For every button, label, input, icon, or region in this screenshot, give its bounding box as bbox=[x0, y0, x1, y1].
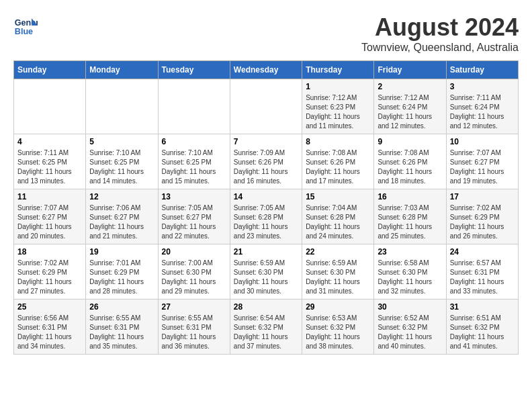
day-number: 23 bbox=[378, 247, 442, 257]
day-info: Sunrise: 6:56 AM Sunset: 6:31 PM Dayligh… bbox=[17, 314, 82, 351]
table-row bbox=[14, 79, 86, 134]
day-number: 21 bbox=[234, 247, 298, 257]
svg-text:Blue: Blue bbox=[15, 27, 33, 36]
table-row: 7Sunrise: 7:09 AM Sunset: 6:26 PM Daylig… bbox=[230, 134, 302, 189]
day-number: 27 bbox=[162, 302, 226, 312]
table-row: 24Sunrise: 6:57 AM Sunset: 6:31 PM Dayli… bbox=[446, 244, 518, 300]
day-number: 2 bbox=[378, 82, 442, 91]
col-monday: Monday bbox=[86, 61, 158, 79]
day-info: Sunrise: 7:10 AM Sunset: 6:25 PM Dayligh… bbox=[162, 148, 226, 186]
day-info: Sunrise: 6:58 AM Sunset: 6:30 PM Dayligh… bbox=[378, 259, 442, 296]
day-info: Sunrise: 7:04 AM Sunset: 6:28 PM Dayligh… bbox=[306, 203, 370, 241]
day-number: 17 bbox=[450, 192, 515, 201]
day-info: Sunrise: 7:01 AM Sunset: 6:29 PM Dayligh… bbox=[89, 259, 154, 296]
day-number: 22 bbox=[306, 247, 370, 257]
day-number: 15 bbox=[306, 192, 370, 201]
day-number: 24 bbox=[450, 247, 515, 257]
table-row: 28Sunrise: 6:54 AM Sunset: 6:32 PM Dayli… bbox=[230, 300, 302, 355]
day-info: Sunrise: 6:57 AM Sunset: 6:31 PM Dayligh… bbox=[450, 259, 515, 296]
day-number: 14 bbox=[234, 192, 298, 201]
page-header: General Blue August 2024 Townview, Queen… bbox=[13, 13, 519, 54]
table-row: 23Sunrise: 6:58 AM Sunset: 6:30 PM Dayli… bbox=[374, 244, 446, 300]
day-info: Sunrise: 7:11 AM Sunset: 6:25 PM Dayligh… bbox=[17, 148, 82, 186]
table-row: 9Sunrise: 7:08 AM Sunset: 6:26 PM Daylig… bbox=[374, 134, 446, 189]
day-info: Sunrise: 7:12 AM Sunset: 6:24 PM Dayligh… bbox=[378, 93, 442, 131]
day-info: Sunrise: 7:09 AM Sunset: 6:26 PM Dayligh… bbox=[234, 148, 298, 186]
table-row: 21Sunrise: 6:59 AM Sunset: 6:30 PM Dayli… bbox=[230, 244, 302, 300]
table-row: 5Sunrise: 7:10 AM Sunset: 6:25 PM Daylig… bbox=[86, 134, 158, 189]
col-tuesday: Tuesday bbox=[158, 61, 230, 79]
day-number: 1 bbox=[306, 82, 370, 91]
day-info: Sunrise: 7:03 AM Sunset: 6:28 PM Dayligh… bbox=[378, 203, 442, 241]
day-info: Sunrise: 6:54 AM Sunset: 6:32 PM Dayligh… bbox=[234, 314, 298, 351]
day-info: Sunrise: 7:00 AM Sunset: 6:30 PM Dayligh… bbox=[162, 259, 226, 296]
table-row: 10Sunrise: 7:07 AM Sunset: 6:27 PM Dayli… bbox=[446, 134, 518, 189]
table-row: 14Sunrise: 7:05 AM Sunset: 6:28 PM Dayli… bbox=[230, 189, 302, 244]
table-row: 20Sunrise: 7:00 AM Sunset: 6:30 PM Dayli… bbox=[158, 244, 230, 300]
day-info: Sunrise: 7:12 AM Sunset: 6:23 PM Dayligh… bbox=[306, 93, 370, 131]
day-info: Sunrise: 6:52 AM Sunset: 6:32 PM Dayligh… bbox=[378, 314, 442, 351]
day-info: Sunrise: 6:55 AM Sunset: 6:31 PM Dayligh… bbox=[89, 314, 154, 351]
table-row: 11Sunrise: 7:07 AM Sunset: 6:27 PM Dayli… bbox=[14, 189, 86, 244]
day-number: 7 bbox=[234, 137, 298, 146]
calendar-body: 1Sunrise: 7:12 AM Sunset: 6:23 PM Daylig… bbox=[14, 79, 519, 355]
day-info: Sunrise: 7:06 AM Sunset: 6:27 PM Dayligh… bbox=[89, 203, 154, 241]
col-saturday: Saturday bbox=[446, 61, 518, 79]
day-number: 29 bbox=[306, 302, 370, 312]
day-info: Sunrise: 7:11 AM Sunset: 6:24 PM Dayligh… bbox=[450, 93, 515, 131]
day-info: Sunrise: 6:59 AM Sunset: 6:30 PM Dayligh… bbox=[306, 259, 370, 296]
day-number: 13 bbox=[162, 192, 226, 201]
table-row: 25Sunrise: 6:56 AM Sunset: 6:31 PM Dayli… bbox=[14, 300, 86, 355]
day-number: 6 bbox=[162, 137, 226, 146]
day-info: Sunrise: 6:55 AM Sunset: 6:31 PM Dayligh… bbox=[162, 314, 226, 351]
table-row: 3Sunrise: 7:11 AM Sunset: 6:24 PM Daylig… bbox=[446, 79, 518, 134]
day-info: Sunrise: 7:05 AM Sunset: 6:28 PM Dayligh… bbox=[234, 203, 298, 241]
day-info: Sunrise: 6:59 AM Sunset: 6:30 PM Dayligh… bbox=[234, 259, 298, 296]
table-row: 17Sunrise: 7:02 AM Sunset: 6:29 PM Dayli… bbox=[446, 189, 518, 244]
day-number: 12 bbox=[89, 192, 154, 201]
day-info: Sunrise: 6:53 AM Sunset: 6:32 PM Dayligh… bbox=[306, 314, 370, 351]
table-row: 1Sunrise: 7:12 AM Sunset: 6:23 PM Daylig… bbox=[302, 79, 374, 134]
day-number: 3 bbox=[450, 82, 515, 91]
day-number: 25 bbox=[17, 302, 82, 312]
table-row: 26Sunrise: 6:55 AM Sunset: 6:31 PM Dayli… bbox=[86, 300, 158, 355]
day-number: 5 bbox=[89, 137, 154, 146]
day-number: 26 bbox=[89, 302, 154, 312]
table-row: 8Sunrise: 7:08 AM Sunset: 6:26 PM Daylig… bbox=[302, 134, 374, 189]
table-row: 31Sunrise: 6:51 AM Sunset: 6:32 PM Dayli… bbox=[446, 300, 518, 355]
day-info: Sunrise: 7:07 AM Sunset: 6:27 PM Dayligh… bbox=[450, 148, 515, 186]
main-title: August 2024 bbox=[361, 13, 519, 42]
calendar-table: Sunday Monday Tuesday Wednesday Thursday… bbox=[13, 60, 519, 355]
title-area: August 2024 Townview, Queensland, Austra… bbox=[361, 13, 519, 54]
table-row: 19Sunrise: 7:01 AM Sunset: 6:29 PM Dayli… bbox=[86, 244, 158, 300]
day-number: 4 bbox=[17, 137, 82, 146]
day-number: 19 bbox=[89, 247, 154, 257]
table-row: 18Sunrise: 7:02 AM Sunset: 6:29 PM Dayli… bbox=[14, 244, 86, 300]
day-number: 10 bbox=[450, 137, 515, 146]
logo: General Blue bbox=[13, 13, 38, 38]
day-number: 18 bbox=[17, 247, 82, 257]
table-row: 16Sunrise: 7:03 AM Sunset: 6:28 PM Dayli… bbox=[374, 189, 446, 244]
table-row: 4Sunrise: 7:11 AM Sunset: 6:25 PM Daylig… bbox=[14, 134, 86, 189]
logo-icon: General Blue bbox=[13, 13, 38, 38]
day-info: Sunrise: 7:10 AM Sunset: 6:25 PM Dayligh… bbox=[89, 148, 154, 186]
day-number: 16 bbox=[378, 192, 442, 201]
day-number: 20 bbox=[162, 247, 226, 257]
day-info: Sunrise: 7:08 AM Sunset: 6:26 PM Dayligh… bbox=[306, 148, 370, 186]
col-thursday: Thursday bbox=[302, 61, 374, 79]
day-info: Sunrise: 6:51 AM Sunset: 6:32 PM Dayligh… bbox=[450, 314, 515, 351]
table-row: 29Sunrise: 6:53 AM Sunset: 6:32 PM Dayli… bbox=[302, 300, 374, 355]
table-row bbox=[158, 79, 230, 134]
day-info: Sunrise: 7:07 AM Sunset: 6:27 PM Dayligh… bbox=[17, 203, 82, 241]
table-row: 13Sunrise: 7:05 AM Sunset: 6:27 PM Dayli… bbox=[158, 189, 230, 244]
subtitle: Townview, Queensland, Australia bbox=[361, 42, 519, 54]
table-row: 6Sunrise: 7:10 AM Sunset: 6:25 PM Daylig… bbox=[158, 134, 230, 189]
day-number: 11 bbox=[17, 192, 82, 201]
day-number: 9 bbox=[378, 137, 442, 146]
day-number: 8 bbox=[306, 137, 370, 146]
day-number: 28 bbox=[234, 302, 298, 312]
table-row: 27Sunrise: 6:55 AM Sunset: 6:31 PM Dayli… bbox=[158, 300, 230, 355]
day-info: Sunrise: 7:02 AM Sunset: 6:29 PM Dayligh… bbox=[450, 203, 515, 241]
day-info: Sunrise: 7:02 AM Sunset: 6:29 PM Dayligh… bbox=[17, 259, 82, 296]
col-wednesday: Wednesday bbox=[230, 61, 302, 79]
